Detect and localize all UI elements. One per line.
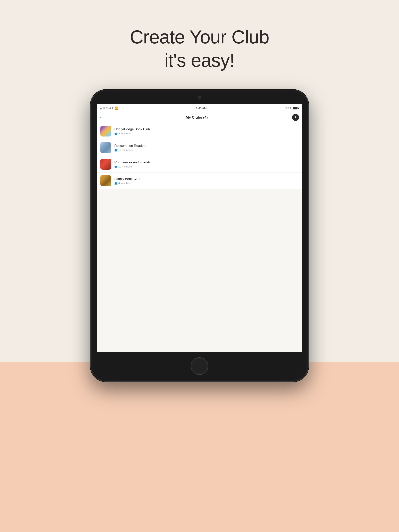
- club-members: 👥 5 members: [114, 132, 299, 135]
- status-left: Sketch 📶: [100, 107, 118, 110]
- back-chevron-icon: ‹: [100, 115, 101, 120]
- club-info: Family Book Club 👥 4 members: [114, 177, 299, 185]
- signal-icon: [100, 107, 105, 109]
- nav-bar: ‹ My Clubs (4): [97, 112, 302, 123]
- members-icon: 👥: [114, 165, 117, 168]
- club-thumbnail: [100, 142, 111, 153]
- club-list: HodgePodge Book Club 👥 5 members Roscomm…: [97, 123, 302, 189]
- club-info: Roommates and Friends 👥 10 members: [114, 160, 299, 168]
- battery-label: 100%: [284, 107, 291, 110]
- club-list-item[interactable]: Family Book Club 👥 4 members: [97, 172, 302, 189]
- battery-icon: [293, 107, 299, 109]
- front-camera: [198, 96, 201, 100]
- nav-title: My Clubs (4): [186, 115, 208, 120]
- add-club-button[interactable]: [292, 114, 299, 121]
- members-count: 4 members: [118, 182, 131, 185]
- club-thumbnail: [100, 159, 111, 170]
- club-members: 👥 12 members: [114, 149, 299, 152]
- headline-line1: Create Your Club: [130, 25, 269, 49]
- club-list-item[interactable]: Roscommon Readers 👥 12 members: [97, 139, 302, 156]
- tablet-device: Sketch 📶 9:41 AM 100% ‹: [90, 89, 309, 382]
- home-button[interactable]: [191, 357, 208, 375]
- tablet-bezel: Sketch 📶 9:41 AM 100% ‹: [90, 89, 309, 382]
- members-icon: 👥: [114, 182, 117, 185]
- club-list-item[interactable]: Roommates and Friends 👥 10 members: [97, 156, 302, 172]
- club-name: HodgePodge Book Club: [114, 127, 299, 131]
- status-bar: Sketch 📶 9:41 AM 100%: [97, 104, 302, 112]
- club-thumbnail: [100, 126, 111, 137]
- members-count: 12 members: [118, 149, 133, 152]
- headline-line2: it's easy!: [130, 49, 269, 72]
- members-count: 5 members: [118, 132, 131, 135]
- wifi-icon: 📶: [115, 107, 118, 110]
- status-right: 100%: [284, 107, 299, 110]
- club-info: Roscommon Readers 👥 12 members: [114, 144, 299, 152]
- members-icon: 👥: [114, 132, 117, 135]
- club-info: HodgePodge Book Club 👥 5 members: [114, 127, 299, 135]
- club-name: Roommates and Friends: [114, 160, 299, 164]
- back-button[interactable]: ‹: [100, 115, 101, 120]
- club-members: 👥 4 members: [114, 182, 299, 185]
- members-icon: 👥: [114, 149, 117, 152]
- carrier-label: Sketch: [106, 107, 114, 110]
- status-time: 9:41 AM: [196, 107, 206, 110]
- club-name: Roscommon Readers: [114, 144, 299, 148]
- page-headline: Create Your Club it's easy!: [130, 25, 269, 72]
- device-screen: Sketch 📶 9:41 AM 100% ‹: [97, 104, 302, 352]
- club-members: 👥 10 members: [114, 165, 299, 168]
- club-thumbnail: [100, 175, 111, 186]
- club-name: Family Book Club: [114, 177, 299, 181]
- club-list-item[interactable]: HodgePodge Book Club 👥 5 members: [97, 123, 302, 139]
- members-count: 10 members: [118, 165, 133, 168]
- content-area: HodgePodge Book Club 👥 5 members Roscomm…: [97, 123, 302, 352]
